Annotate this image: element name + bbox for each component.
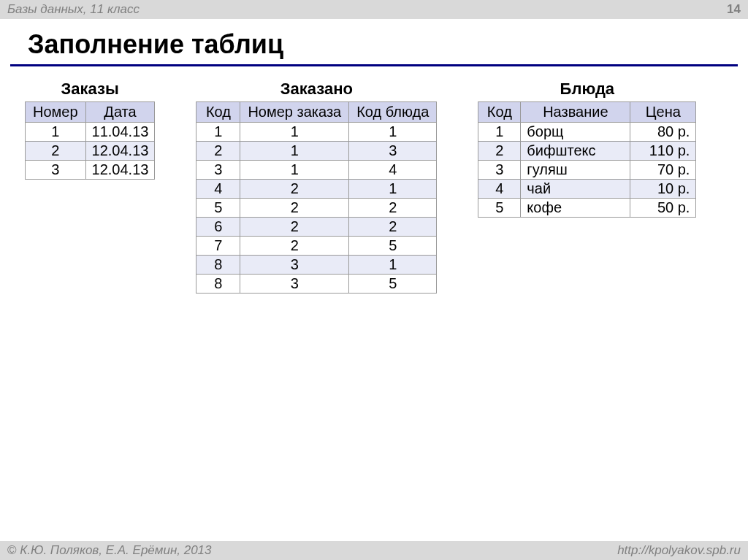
ordered-h0: Код — [196, 102, 240, 123]
table-cell: 4 — [196, 180, 240, 199]
dishes-h2: Цена — [630, 102, 696, 123]
table-cell: 1 — [349, 180, 437, 199]
ordered-block: Заказано Код Номер заказа Код блюда 1112… — [196, 80, 437, 294]
table-cell: 5 — [478, 199, 521, 218]
dishes-h0: Код — [478, 102, 521, 123]
table-cell: 3 — [196, 161, 240, 180]
table-cell: 3 — [478, 161, 521, 180]
table-cell: 5 — [349, 237, 437, 256]
title-underline — [10, 64, 738, 66]
table-row: 4чай10 р. — [478, 180, 696, 199]
table-cell: 2 — [196, 142, 240, 161]
ordered-h2: Код блюда — [349, 102, 437, 123]
table-cell: 1 — [349, 123, 437, 142]
tables-container: Заказы Номер Дата 111.04.13212.04.13312.… — [0, 80, 748, 294]
table-row: 622 — [196, 218, 437, 237]
table-cell: гуляш — [521, 161, 630, 180]
table-cell: 1 — [240, 161, 349, 180]
dishes-h1: Название — [521, 102, 630, 123]
table-cell: 11.04.13 — [85, 123, 155, 142]
subject-label: Базы данных, 11 класс — [7, 2, 140, 17]
dishes-table: Код Название Цена 1борщ80 р.2бифштекс110… — [478, 101, 696, 218]
table-cell: 10 р. — [630, 180, 696, 199]
table-cell: 2 — [349, 218, 437, 237]
footer-url: http://kpolyakov.spb.ru — [617, 543, 741, 558]
table-cell: кофе — [521, 199, 630, 218]
table-cell: 4 — [478, 180, 521, 199]
table-row: 1борщ80 р. — [478, 123, 696, 142]
table-cell: 4 — [349, 161, 437, 180]
table-row: 725 — [196, 237, 437, 256]
ordered-h1: Номер заказа — [240, 102, 349, 123]
table-row: 835 — [196, 275, 437, 294]
slide-title: Заполнение таблиц — [28, 29, 748, 60]
table-cell: 3 — [240, 256, 349, 275]
ordered-caption: Заказано — [196, 80, 437, 99]
table-cell: 12.04.13 — [85, 142, 155, 161]
table-cell: 7 — [196, 237, 240, 256]
table-row: 2бифштекс110 р. — [478, 142, 696, 161]
footer-copyright: © К.Ю. Поляков, Е.А. Ерёмин, 2013 — [7, 543, 212, 558]
table-cell: 50 р. — [630, 199, 696, 218]
orders-table: Номер Дата 111.04.13212.04.13312.04.13 — [25, 101, 155, 180]
table-cell: 1 — [26, 123, 86, 142]
table-cell: борщ — [521, 123, 630, 142]
table-cell: чай — [521, 180, 630, 199]
orders-caption: Заказы — [25, 80, 155, 99]
table-cell: 1 — [240, 142, 349, 161]
table-cell: 3 — [240, 275, 349, 294]
table-cell: 3 — [26, 161, 86, 180]
table-row: 111 — [196, 123, 437, 142]
orders-h0: Номер — [26, 102, 86, 123]
dishes-block: Блюда Код Название Цена 1борщ80 р.2бифшт… — [478, 80, 696, 218]
ordered-table: Код Номер заказа Код блюда 1112133144215… — [196, 101, 437, 294]
table-cell: 8 — [196, 256, 240, 275]
table-row: 314 — [196, 161, 437, 180]
table-cell: 80 р. — [630, 123, 696, 142]
table-cell: 2 — [349, 199, 437, 218]
table-row: 522 — [196, 199, 437, 218]
table-cell: 1 — [240, 123, 349, 142]
dishes-caption: Блюда — [478, 80, 696, 99]
table-cell: бифштекс — [521, 142, 630, 161]
page-number: 14 — [727, 2, 741, 17]
table-cell: 2 — [240, 237, 349, 256]
table-cell: 3 — [349, 142, 437, 161]
table-row: 5кофе50 р. — [478, 199, 696, 218]
table-cell: 1 — [349, 256, 437, 275]
table-row: 111.04.13 — [26, 123, 155, 142]
table-cell: 2 — [240, 180, 349, 199]
footer-bar: © К.Ю. Поляков, Е.А. Ерёмин, 2013 http:/… — [0, 541, 748, 560]
table-row: 312.04.13 — [26, 161, 155, 180]
footer-authors: К.Ю. Поляков, Е.А. Ерёмин, 2013 — [17, 543, 212, 557]
table-cell: 6 — [196, 218, 240, 237]
table-cell: 2 — [26, 142, 86, 161]
table-row: 212.04.13 — [26, 142, 155, 161]
table-cell: 5 — [196, 199, 240, 218]
orders-block: Заказы Номер Дата 111.04.13212.04.13312.… — [25, 80, 155, 180]
table-cell: 110 р. — [630, 142, 696, 161]
table-cell: 2 — [240, 218, 349, 237]
table-row: 3гуляш70 р. — [478, 161, 696, 180]
copyright-symbol: © — [7, 543, 17, 557]
table-cell: 1 — [196, 123, 240, 142]
table-cell: 1 — [478, 123, 521, 142]
table-cell: 2 — [240, 199, 349, 218]
orders-h1: Дата — [85, 102, 155, 123]
table-cell: 5 — [349, 275, 437, 294]
table-cell: 8 — [196, 275, 240, 294]
table-row: 831 — [196, 256, 437, 275]
table-row: 421 — [196, 180, 437, 199]
header-bar: Базы данных, 11 класс 14 — [0, 0, 748, 19]
table-cell: 70 р. — [630, 161, 696, 180]
table-row: 213 — [196, 142, 437, 161]
table-cell: 2 — [478, 142, 521, 161]
table-cell: 12.04.13 — [85, 161, 155, 180]
